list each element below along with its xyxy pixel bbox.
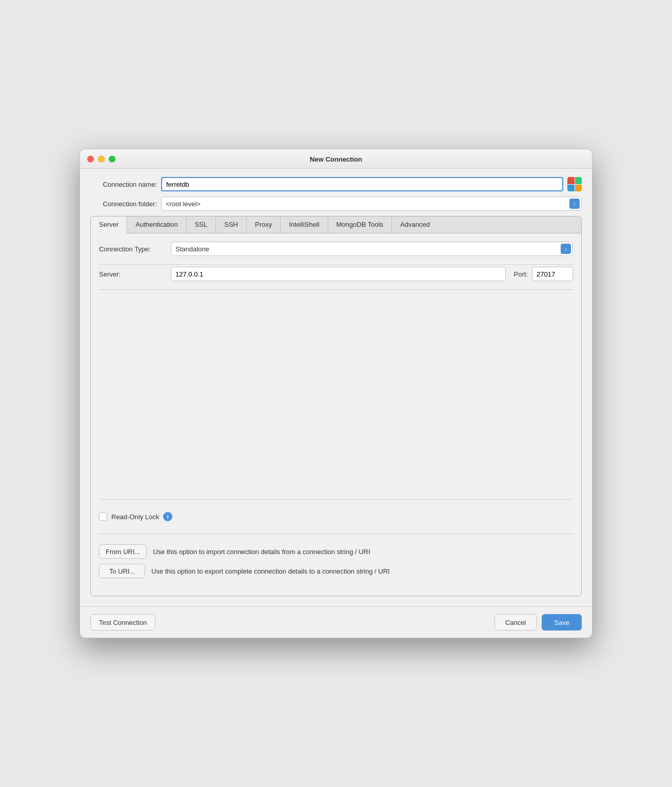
tabs-header: Server Authentication SSL SSH Proxy Inte… [91,217,581,233]
server-input[interactable] [171,267,506,281]
to-uri-description: Use this option to export complete conne… [151,567,390,575]
main-content: Connection name: Connection folder: <roo… [80,169,592,606]
server-tab-content: Connection Type: Standalone Replica Set … [91,233,581,596]
minimize-button[interactable] [98,155,105,162]
tab-authentication[interactable]: Authentication [127,217,186,233]
connection-type-select[interactable]: Standalone Replica Set Sharded Cluster [171,242,573,256]
tab-mongodb-tools[interactable]: MongoDB Tools [328,217,392,233]
connection-name-input[interactable] [161,177,563,191]
connection-name-label: Connection name: [90,181,157,188]
port-group: Port: [514,267,573,281]
tab-proxy[interactable]: Proxy [247,217,281,233]
tabs-container: Server Authentication SSL SSH Proxy Inte… [90,216,582,596]
cancel-button[interactable]: Cancel [495,614,537,631]
tab-ssh[interactable]: SSH [216,217,247,233]
server-label: Server: [99,270,171,278]
color-blue [567,185,575,192]
titlebar: New Connection [80,149,592,169]
maximize-button[interactable] [109,155,115,162]
connection-folder-label: Connection folder: [90,200,157,208]
port-label: Port: [514,270,528,278]
from-uri-row: From URI... Use this option to import co… [99,544,573,559]
connection-folder-row: Connection folder: <root level> ↕ [90,196,582,211]
color-green [575,177,582,184]
from-uri-button[interactable]: From URI... [99,544,147,559]
tab-ssl[interactable]: SSL [187,217,216,233]
tab-server[interactable]: Server [91,217,127,233]
connection-name-row: Connection name: [90,177,582,191]
window-title: New Connection [310,155,362,163]
tab-advanced[interactable]: Advanced [392,217,438,233]
connection-type-select-wrapper: Standalone Replica Set Sharded Cluster ↕ [171,242,573,256]
color-orange [575,185,582,192]
save-button[interactable]: Save [542,614,582,631]
window-controls [87,155,115,162]
connection-folder-select[interactable]: <root level> [161,196,582,211]
port-input[interactable] [532,267,573,281]
color-picker-icon[interactable] [567,177,582,191]
separator-2 [99,534,573,534]
connection-folder-select-wrapper: <root level> ↕ [161,196,582,211]
right-buttons: Cancel Save [495,614,582,631]
tab-intellishell[interactable]: IntelliShell [281,217,328,233]
read-only-info-icon[interactable]: i [163,512,172,521]
to-uri-button[interactable]: To URI... [99,564,145,578]
test-connection-button[interactable]: Test Connection [90,614,155,631]
close-button[interactable] [87,155,94,162]
connection-type-label: Connection Type: [99,245,171,253]
separator-1 [99,499,573,500]
bottom-bar: Test Connection Cancel Save [80,606,592,638]
read-only-checkbox[interactable] [99,513,107,521]
server-port-row: Server: Port: [99,267,573,290]
new-connection-window: New Connection Connection name: Connecti… [80,149,592,638]
read-only-label: Read-Only Lock [111,513,159,521]
from-uri-description: Use this option to import connection det… [153,548,370,556]
content-spacer [99,298,573,493]
uri-section: From URI... Use this option to import co… [99,540,573,587]
color-red [567,177,575,184]
connection-type-row: Connection Type: Standalone Replica Set … [99,242,573,265]
read-only-row: Read-Only Lock i [99,506,573,527]
to-uri-row: To URI... Use this option to export comp… [99,564,573,578]
